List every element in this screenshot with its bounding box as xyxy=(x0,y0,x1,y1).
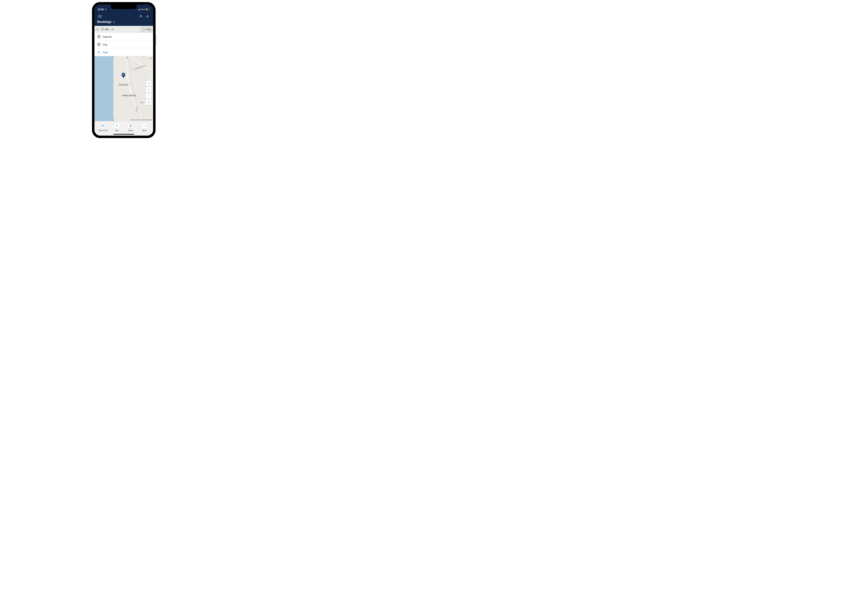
view-mode-label: Map xyxy=(146,28,151,31)
map-zoom-in-button[interactable] xyxy=(146,87,152,93)
search-icon xyxy=(139,15,143,18)
status-network: 5G E xyxy=(142,8,145,10)
map-controls xyxy=(146,81,152,105)
svg-rect-29 xyxy=(98,44,99,45)
svg-point-20 xyxy=(143,28,144,29)
trash-icon xyxy=(129,124,132,127)
view-options-list: Agenda Day Map xyxy=(95,33,153,56)
page-title: Bookings xyxy=(97,20,112,24)
calendar-button[interactable]: Mar xyxy=(101,28,109,31)
map-canvas[interactable]: SW Camano Dr W Camano Hill Rd Che P Cama… xyxy=(95,56,153,121)
chart-icon xyxy=(101,124,105,127)
svg-point-10 xyxy=(140,15,142,17)
date-toolbar: Mar Map xyxy=(95,26,153,33)
current-month: Mar xyxy=(105,28,109,31)
svg-point-43 xyxy=(143,126,144,126)
more-icon xyxy=(143,125,146,126)
map-place-label: Camano xyxy=(119,83,129,86)
hamburger-menu-button[interactable] xyxy=(97,14,103,19)
map-pin-icon xyxy=(97,50,101,54)
app-header: Bookings xyxy=(95,12,153,26)
svg-point-31 xyxy=(123,74,124,76)
map-road-label: P xyxy=(143,57,145,58)
plus-icon xyxy=(148,88,150,91)
home-indicator[interactable] xyxy=(114,134,134,135)
bottom-command-bar: Show Chart New Delete More xyxy=(95,121,153,136)
map-road-label: W Mo xyxy=(140,102,144,103)
chevron-down-icon xyxy=(113,21,115,23)
minus-icon xyxy=(148,95,150,97)
svg-rect-1 xyxy=(139,9,139,10)
map-place-label: Indian Beach xyxy=(122,94,136,97)
delete-button[interactable]: Delete xyxy=(126,122,136,132)
phone-frame: 12:52 5G E xyxy=(92,2,156,138)
calendar-icon xyxy=(101,28,104,31)
show-chart-button[interactable]: Show Chart xyxy=(98,122,108,132)
svg-point-44 xyxy=(144,126,145,126)
search-button[interactable] xyxy=(138,14,144,19)
arrow-left-icon xyxy=(96,28,99,31)
next-month-button[interactable] xyxy=(111,28,114,31)
hamburger-icon xyxy=(98,15,102,17)
signal-icon xyxy=(138,8,141,10)
svg-rect-0 xyxy=(138,10,139,10)
svg-rect-5 xyxy=(146,9,148,10)
button-label: Delete xyxy=(128,130,133,132)
location-services-icon xyxy=(104,8,107,11)
view-option-label: Map xyxy=(103,51,108,54)
battery-icon xyxy=(146,8,150,11)
button-label: More xyxy=(143,130,146,132)
plus-icon xyxy=(146,15,149,18)
map-attribution: ©2020 TomTom, ©2019 Microsoft xyxy=(131,119,152,121)
prev-month-button[interactable] xyxy=(96,28,99,31)
view-option-label: Day xyxy=(103,43,107,46)
map-tilt-button[interactable] xyxy=(146,99,152,105)
svg-rect-6 xyxy=(149,9,150,10)
button-label: New xyxy=(115,130,118,132)
svg-rect-2 xyxy=(140,9,140,10)
svg-rect-15 xyxy=(101,28,103,30)
phone-side-button xyxy=(156,35,156,45)
map-road-label: Che xyxy=(149,57,152,59)
day-icon xyxy=(97,43,101,46)
agenda-icon xyxy=(97,35,101,38)
svg-rect-3 xyxy=(140,8,141,10)
view-mode-indicator[interactable]: Map xyxy=(140,26,153,33)
button-label: Show Chart xyxy=(99,130,107,132)
view-option-agenda[interactable]: Agenda xyxy=(95,33,153,40)
map-pin-icon xyxy=(143,28,145,31)
svg-rect-25 xyxy=(98,43,100,46)
map-locate-button[interactable] xyxy=(146,81,152,86)
svg-rect-38 xyxy=(130,125,131,127)
phone-screen: 12:52 5G E xyxy=(95,5,153,136)
status-time: 12:52 xyxy=(98,8,104,11)
view-option-label: Agenda xyxy=(103,35,112,38)
svg-line-11 xyxy=(141,17,142,17)
pin-icon xyxy=(121,73,126,78)
add-button[interactable] xyxy=(145,14,150,19)
plus-icon xyxy=(115,124,118,127)
view-option-map[interactable]: Map xyxy=(95,48,153,56)
compass-icon xyxy=(148,82,150,85)
new-button[interactable]: New xyxy=(112,122,122,132)
view-option-day[interactable]: Day xyxy=(95,40,153,48)
svg-point-30 xyxy=(99,51,100,52)
phone-notch xyxy=(111,5,137,9)
more-button[interactable]: More xyxy=(139,122,149,132)
map-location-pin[interactable] xyxy=(121,73,126,78)
map-zoom-out-button[interactable] xyxy=(146,93,152,99)
view-selector[interactable]: Bookings xyxy=(95,20,153,26)
tilt-icon xyxy=(148,101,150,103)
svg-point-45 xyxy=(145,126,146,126)
arrow-right-icon xyxy=(111,28,114,31)
